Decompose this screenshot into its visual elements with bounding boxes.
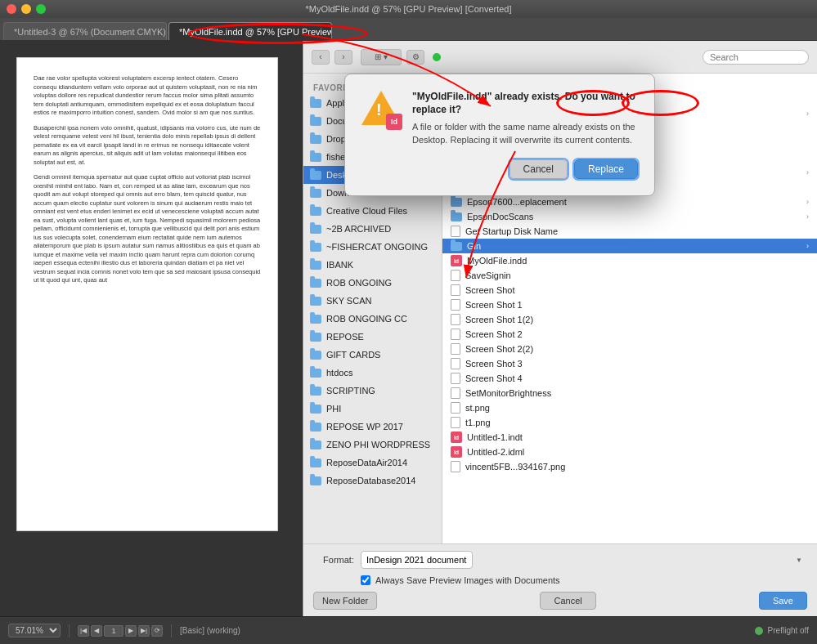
file-item-untitled-2.idml[interactable]: IdUntitled-2.idml bbox=[442, 445, 817, 459]
title-bar: *MyOldFile.indd @ 57% [GPU Preview] [Con… bbox=[0, 0, 817, 18]
sidebar-item-zeno-phi-wordpress[interactable]: ZENO PHI WORDPRESS bbox=[303, 436, 442, 454]
file-item-untitled-1.indt[interactable]: IdUntitled-1.indt bbox=[442, 430, 817, 445]
confirm-replace-button[interactable]: Replace bbox=[574, 159, 638, 179]
folder-icon bbox=[451, 242, 462, 251]
file-item-setmonitorbrightness[interactable]: SetMonitorBrightness bbox=[442, 386, 817, 400]
last-page-button[interactable]: ▶| bbox=[138, 625, 150, 637]
window-title: *MyOldFile.indd @ 57% [GPU Preview] [Con… bbox=[305, 4, 511, 14]
expand-arrow-icon: › bbox=[806, 212, 809, 221]
sidebar-item-label: ZENO PHI WORDPRESS bbox=[326, 440, 430, 449]
file-item-t1.png[interactable]: t1.png bbox=[442, 415, 817, 430]
file-item-name: t1.png bbox=[465, 418, 809, 427]
dialog-bottom: Format: InDesign 2021 document Always Sa… bbox=[303, 543, 817, 616]
minimize-button[interactable] bbox=[21, 4, 31, 14]
sidebar-item-creative-cloud-files[interactable]: Creative Cloud Files bbox=[303, 202, 442, 220]
search-input[interactable] bbox=[703, 50, 809, 65]
sidebar-item-~fishercat-ongoing[interactable]: ~FISHERCAT ONGOING bbox=[303, 238, 442, 256]
sidebar-item-label: IBANK bbox=[326, 260, 353, 270]
confirm-content: Id "MyOldFile.indd" already exists. Do y… bbox=[361, 91, 638, 146]
tab-myoldfile[interactable]: *MyOldFile.indd @ 57% [GPU Preview] [Con… bbox=[168, 22, 332, 40]
doc-icon bbox=[451, 461, 460, 472]
save-button[interactable]: Save bbox=[759, 592, 807, 610]
forward-button[interactable]: › bbox=[334, 50, 352, 65]
sidebar-item-rob-ongoing[interactable]: ROB ONGOING bbox=[303, 274, 442, 292]
file-item-screen-shot-4[interactable]: Screen Shot 4 bbox=[442, 371, 817, 386]
folder-icon bbox=[451, 198, 462, 207]
sidebar-item-label: ~FISHERCAT ONGOING bbox=[326, 242, 428, 252]
first-page-button[interactable]: |◀ bbox=[78, 625, 89, 637]
new-folder-button[interactable]: New Folder bbox=[313, 592, 377, 610]
file-item-screen-shot-3[interactable]: Screen Shot 3 bbox=[442, 356, 817, 371]
file-item-st.png[interactable]: st.png bbox=[442, 400, 817, 415]
sidebar-item-label: ReposeDatabase2014 bbox=[326, 476, 415, 485]
tab-untitled[interactable]: *Untitled-3 @ 67% (Document CMYK) [GPU P… bbox=[3, 22, 167, 40]
maximize-button[interactable] bbox=[36, 4, 46, 14]
sidebar-item-~2b-archived[interactable]: ~2B ARCHIVED bbox=[303, 220, 442, 238]
folder-icon bbox=[310, 333, 321, 342]
prev-page-button[interactable]: ◀ bbox=[91, 625, 102, 637]
action-button[interactable]: ⚙ bbox=[406, 50, 424, 65]
doc-icon bbox=[451, 387, 460, 399]
file-item-name: Get Startup Disk Name bbox=[465, 226, 809, 236]
sidebar-item-label: REPOSE WP 2017 bbox=[326, 422, 403, 432]
sidebar-item-repose-wp-2017[interactable]: REPOSE WP 2017 bbox=[303, 418, 442, 436]
sidebar-item-ibank[interactable]: IBANK bbox=[303, 256, 442, 274]
goto-page-button[interactable]: ⟳ bbox=[151, 625, 163, 637]
sidebar-item-label: Creative Cloud Files bbox=[326, 206, 407, 216]
file-item-vincent5fb...934167.png[interactable]: vincent5FB...934167.png bbox=[442, 459, 817, 474]
folder-icon bbox=[310, 351, 321, 360]
expand-arrow-icon: › bbox=[806, 242, 809, 250]
sidebar-item-label: ROB ONGOING bbox=[326, 278, 392, 288]
zoom-select[interactable]: 57.01% bbox=[8, 624, 61, 637]
confirm-cancel-button[interactable]: Cancel bbox=[510, 159, 568, 179]
folder-icon bbox=[310, 189, 321, 198]
file-item-name: Untitled-2.idml bbox=[467, 447, 809, 457]
view-button[interactable]: ⊞ ▾ bbox=[361, 49, 402, 65]
status-separator-2 bbox=[171, 624, 172, 637]
zoom-control[interactable]: 57.01% bbox=[8, 624, 61, 637]
sidebar-item-reposedataair2014[interactable]: ReposeDataAir2014 bbox=[303, 454, 442, 472]
sidebar-item-label: SKY SCAN bbox=[326, 296, 371, 306]
doc-icon bbox=[451, 284, 460, 296]
file-item-get-startup-disk-name[interactable]: Get Startup Disk Name bbox=[442, 224, 817, 239]
format-select[interactable]: InDesign 2021 document bbox=[361, 551, 473, 569]
folder-icon bbox=[451, 212, 462, 221]
file-item-epsondocscans[interactable]: EpsonDocScans› bbox=[442, 209, 817, 224]
confirm-text-area: "MyOldFile.indd" already exists. Do you … bbox=[412, 91, 638, 146]
page-nav: |◀ ◀ 1 ▶ ▶| ⟳ bbox=[78, 625, 163, 637]
sidebar-item-reposedatabase2014[interactable]: ReposeDatabase2014 bbox=[303, 472, 442, 490]
file-item-myoldfile.indd[interactable]: IdMyOldFile.indd bbox=[442, 253, 817, 268]
sidebar-item-scripting[interactable]: SCRIPTING bbox=[303, 382, 442, 400]
document-area: Dae rae volor spellupta volorest volupta… bbox=[0, 41, 303, 616]
file-item-screen-shot-1(2)[interactable]: Screen Shot 1(2) bbox=[442, 312, 817, 327]
file-item-savesignin[interactable]: SaveSignin bbox=[442, 268, 817, 283]
cancel-button[interactable]: Cancel bbox=[540, 592, 595, 610]
next-page-button[interactable]: ▶ bbox=[125, 625, 137, 637]
doc-icon bbox=[451, 358, 460, 369]
preview-checkbox[interactable] bbox=[361, 575, 370, 585]
sidebar-item-sky-scan[interactable]: SKY SCAN bbox=[303, 292, 442, 310]
folder-icon bbox=[310, 225, 321, 234]
folder-icon bbox=[310, 171, 321, 180]
sidebar-item-rob-ongoing-cc[interactable]: ROB ONGOING CC bbox=[303, 310, 442, 328]
file-item-screen-shot[interactable]: Screen Shot bbox=[442, 283, 817, 297]
indd-icon: Id bbox=[451, 432, 462, 443]
file-item-screen-shot-2(2)[interactable]: Screen Shot 2(2) bbox=[442, 342, 817, 356]
file-item-screen-shot-2[interactable]: Screen Shot 2 bbox=[442, 327, 817, 342]
sidebar-item-gift-cards[interactable]: GIFT CARDS bbox=[303, 346, 442, 364]
folder-icon bbox=[310, 117, 321, 126]
indd-icon: Id bbox=[451, 446, 462, 458]
sidebar-item-htdocs[interactable]: htdocs bbox=[303, 364, 442, 382]
close-button[interactable] bbox=[7, 4, 16, 14]
file-item-name: Screen Shot 1(2) bbox=[465, 315, 809, 324]
page-number[interactable]: 1 bbox=[104, 625, 123, 637]
sidebar-item-repose[interactable]: REPOSE bbox=[303, 328, 442, 346]
main-area: Dae rae volor spellupta volorest volupta… bbox=[0, 41, 817, 616]
sidebar-item-label: PHI bbox=[326, 404, 341, 414]
file-item-epson7600...eplacement[interactable]: Epson7600...eplacement› bbox=[442, 195, 817, 209]
sidebar-item-label: ~2B ARCHIVED bbox=[326, 224, 391, 234]
back-button[interactable]: ‹ bbox=[312, 50, 330, 65]
file-item-screen-shot-1[interactable]: Screen Shot 1 bbox=[442, 297, 817, 312]
file-item-gin[interactable]: Gin› bbox=[442, 239, 817, 253]
sidebar-item-phi[interactable]: PHI bbox=[303, 400, 442, 418]
